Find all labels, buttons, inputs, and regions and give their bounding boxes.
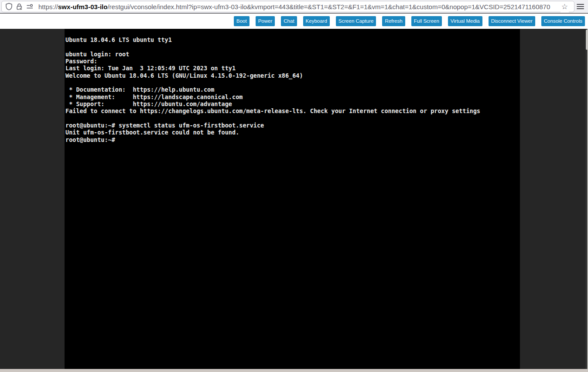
horizontal-scrollbar[interactable] xyxy=(0,369,588,372)
lock-warning-icon[interactable] xyxy=(14,1,24,12)
kvm-toolbar: Boot Power Chat Keyboard Screen Capture … xyxy=(0,14,588,29)
keyboard-button[interactable]: Keyboard xyxy=(303,16,330,26)
address-bar[interactable]: https://swx-ufm3-03-ilo/restgui/vconsole… xyxy=(1,1,574,12)
bookmark-star-icon[interactable]: ☆ xyxy=(561,2,569,12)
full-screen-button[interactable]: Full Screen xyxy=(411,16,442,26)
chat-button[interactable]: Chat xyxy=(281,16,297,26)
tracking-protection-shield-icon[interactable] xyxy=(3,1,14,12)
terminal-output: Ubuntu 18.04.6 LTS ubuntu tty1 ubuntu lo… xyxy=(65,29,520,143)
url-path: /restgui/vconsole/index.html?ip=swx-ufm3… xyxy=(107,3,550,10)
browser-toolbar: https://swx-ufm3-03-ilo/restgui/vconsole… xyxy=(0,0,588,13)
url-scheme: https:// xyxy=(38,3,58,10)
refresh-button[interactable]: Refresh xyxy=(382,16,405,26)
url-input[interactable]: https://swx-ufm3-03-ilo/restgui/vconsole… xyxy=(38,3,556,10)
vertical-scrollbar[interactable] xyxy=(585,29,588,369)
boot-button[interactable]: Boot xyxy=(234,16,250,26)
disconnect-viewer-button[interactable]: Disconnect Viewer xyxy=(489,16,535,26)
console-page: Ubuntu 18.04.6 LTS ubuntu tty1 ubuntu lo… xyxy=(0,29,588,369)
url-host: swx-ufm3-03-ilo xyxy=(58,3,107,10)
virtual-media-button[interactable]: Virtual Media xyxy=(448,16,482,26)
vertical-scrollbar-thumb[interactable] xyxy=(586,30,588,50)
console-controls-button[interactable]: Console Controls xyxy=(541,16,585,26)
remote-console-screen[interactable]: Ubuntu 18.04.6 LTS ubuntu tty1 ubuntu lo… xyxy=(65,29,520,369)
power-button[interactable]: Power xyxy=(256,16,275,26)
screen-capture-button[interactable]: Screen Capture xyxy=(336,16,376,26)
hamburger-menu-icon[interactable] xyxy=(577,2,586,11)
permissions-icon[interactable] xyxy=(24,1,35,12)
